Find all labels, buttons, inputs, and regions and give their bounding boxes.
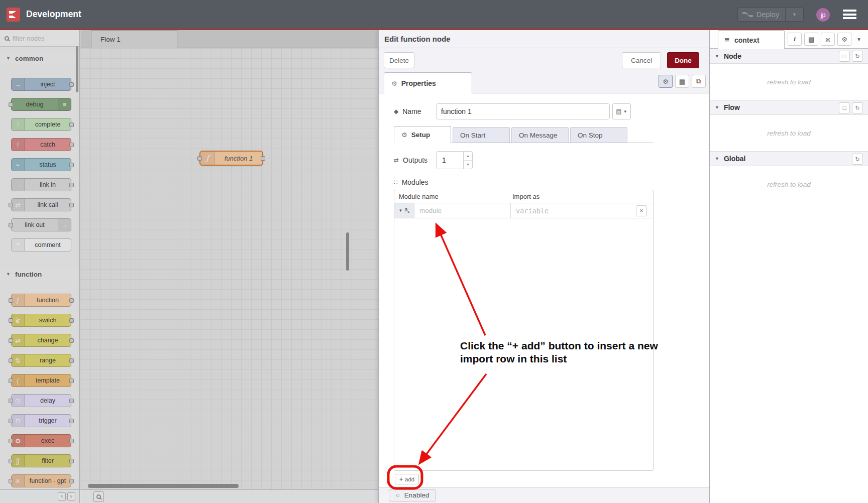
node-port-left[interactable] — [9, 102, 13, 107]
user-avatar[interactable]: jp — [816, 8, 830, 22]
node-port-right[interactable] — [69, 122, 74, 127]
node-port-right[interactable] — [261, 156, 265, 161]
node-enabled-toggle[interactable]: ○ Enabled — [389, 489, 436, 501]
search-flows-button[interactable] — [93, 491, 104, 502]
node-port-left[interactable] — [9, 203, 13, 207]
palette-node-debug[interactable]: debug≡ — [11, 98, 71, 111]
node-port-right[interactable] — [69, 338, 74, 343]
tab-context[interactable]: ≣ context — [718, 30, 785, 49]
name-input[interactable] — [436, 103, 610, 119]
palette-node-link-call[interactable]: ⇄link call — [11, 198, 71, 211]
palette-node-function-gpt[interactable]: ✳function - gpt — [11, 474, 71, 487]
node-port-left[interactable] — [9, 338, 13, 343]
node-port-left[interactable] — [9, 399, 13, 403]
palette-node-comment[interactable]: ❝comment — [11, 238, 71, 252]
tab-on-start[interactable]: On Start — [453, 127, 510, 143]
context-section-header[interactable]: ▼Global↻ — [710, 151, 868, 166]
refresh-icon[interactable]: ↻ — [852, 154, 863, 165]
open-in-window-button[interactable]: □ — [839, 102, 850, 113]
module-name-input[interactable] — [414, 207, 510, 214]
node-port-right[interactable] — [69, 439, 74, 443]
debug-tab-button[interactable]: ж — [821, 33, 835, 46]
node-port-left[interactable] — [9, 223, 13, 227]
tab-properties[interactable]: ⚙ Properties — [384, 72, 472, 94]
node-port-right[interactable] — [69, 479, 74, 483]
outputs-input[interactable] — [437, 152, 463, 169]
node-port-left[interactable] — [9, 459, 13, 463]
import-as-input[interactable] — [511, 207, 632, 215]
palette-node-link-out[interactable]: link out→ — [11, 218, 71, 231]
palette-node-switch[interactable]: ≷switch — [11, 314, 71, 327]
node-port-right[interactable] — [69, 298, 74, 303]
delete-button[interactable]: Delete — [384, 52, 414, 68]
category-header-common[interactable]: ▼common — [0, 52, 79, 65]
deploy-button[interactable]: Deploy ▼ — [737, 8, 804, 22]
info-tab-button[interactable]: i — [788, 33, 802, 46]
node-port-left[interactable] — [9, 318, 13, 323]
tab-on-stop[interactable]: On Stop — [570, 127, 627, 143]
node-port-left[interactable] — [9, 298, 13, 303]
palette-node-link-in[interactable]: →link in — [11, 178, 71, 191]
filter-nodes-input[interactable] — [13, 35, 70, 42]
canvas-horizontal-scrollbar-thumb[interactable] — [88, 484, 239, 488]
palette-node-range[interactable]: ⇅range — [11, 354, 71, 367]
context-section-header[interactable]: ▼Node□↻ — [710, 49, 868, 64]
palette-node-catch[interactable]: !catch — [11, 138, 71, 151]
cancel-button[interactable]: Cancel — [622, 52, 661, 68]
palette-node-exec[interactable]: ⚙exec — [11, 434, 71, 447]
context-section-header[interactable]: ▼Flow□↻ — [710, 100, 868, 115]
main-menu-button[interactable] — [843, 10, 856, 19]
palette-node-delay[interactable]: ◷delay — [11, 394, 71, 407]
node-port-left[interactable] — [9, 439, 13, 443]
node-port-right[interactable] — [69, 183, 74, 187]
palette-node-function[interactable]: ƒfunction — [11, 294, 71, 307]
node-port-left[interactable] — [197, 156, 202, 161]
node-port-right[interactable] — [69, 163, 74, 167]
node-port-right[interactable] — [69, 203, 74, 207]
edit-properties-button[interactable]: ⚙ — [659, 75, 673, 88]
palette-node-inject[interactable]: →inject — [11, 78, 71, 91]
refresh-icon[interactable]: ↻ — [852, 51, 863, 62]
module-type-select[interactable]: ▼ az — [394, 203, 414, 218]
deploy-options-caret-icon[interactable]: ▼ — [786, 12, 803, 17]
refresh-icon[interactable]: ↻ — [852, 102, 863, 113]
node-port-right[interactable] — [69, 419, 74, 423]
canvas-node-function-1[interactable]: ƒ function 1 — [199, 151, 263, 166]
node-port-right[interactable] — [69, 358, 74, 363]
canvas-grid[interactable]: ƒ function 1 — [80, 48, 378, 489]
node-appearance-button[interactable]: ⧉ — [692, 75, 706, 88]
canvas-vertical-scrollbar-thumb[interactable] — [346, 232, 349, 271]
node-port-right[interactable] — [69, 379, 74, 383]
node-port-left[interactable] — [9, 479, 13, 483]
collapse-all-categories-button[interactable]: « — [58, 492, 66, 500]
category-header-function[interactable]: ▼function — [0, 268, 79, 281]
palette-node-change[interactable]: ⇄change — [11, 334, 71, 347]
palette-search[interactable] — [0, 30, 79, 47]
config-tab-button[interactable]: ⚙ — [837, 33, 851, 46]
node-port-right[interactable] — [69, 143, 74, 147]
node-port-left[interactable] — [9, 379, 13, 383]
stepper-down-button[interactable]: ▼ — [464, 161, 472, 169]
tab-on-message[interactable]: On Message — [511, 127, 569, 143]
done-button[interactable]: Done — [667, 52, 699, 68]
node-port-right[interactable] — [69, 82, 74, 87]
node-port-left[interactable] — [9, 419, 13, 423]
expand-all-categories-button[interactable]: » — [67, 492, 75, 500]
node-port-right[interactable] — [69, 459, 74, 463]
tab-setup[interactable]: ⚙Setup — [394, 126, 451, 143]
node-port-left[interactable] — [9, 358, 13, 363]
edit-description-button[interactable]: ▤ — [675, 75, 689, 88]
stepper-up-button[interactable]: ▲ — [464, 152, 472, 161]
help-tab-button[interactable]: ▤ — [804, 33, 818, 46]
library-button[interactable]: ▤▼ — [612, 103, 631, 119]
node-port-right[interactable] — [69, 318, 74, 323]
tab-flow-1[interactable]: Flow 1 — [91, 30, 177, 48]
palette-node-template[interactable]: {template — [11, 374, 71, 387]
palette-node-status[interactable]: ⌁status — [11, 158, 71, 171]
node-port-right[interactable] — [69, 399, 74, 403]
remove-row-button[interactable]: × — [636, 205, 647, 216]
palette-scrollbar-thumb[interactable] — [76, 46, 78, 92]
palette-node-complete[interactable]: !complete — [11, 118, 71, 131]
palette-node-filter[interactable]: ∬filter — [11, 454, 71, 467]
sidebar-options-caret-icon[interactable]: ▼ — [856, 37, 861, 42]
